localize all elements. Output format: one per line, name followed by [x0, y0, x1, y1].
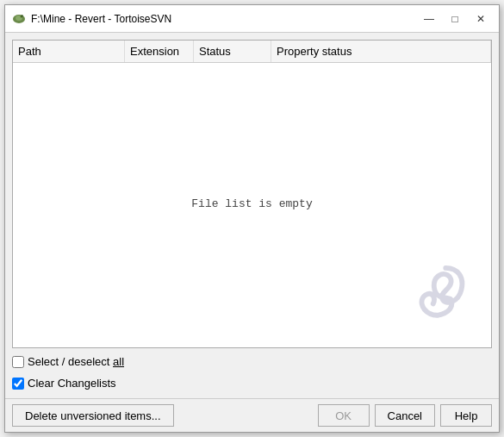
select-all-label[interactable]: Select / deselect all — [28, 355, 124, 368]
clear-changelists-label[interactable]: Clear Changelists — [28, 377, 116, 390]
ok-button[interactable]: OK — [318, 404, 370, 427]
empty-message: File list is empty — [191, 197, 312, 210]
cancel-button[interactable]: Cancel — [375, 404, 435, 427]
table-body: File list is empty — [13, 63, 491, 347]
delete-unversioned-button[interactable]: Delete unversioned items... — [12, 404, 174, 427]
main-window: F:\Mine - Revert - TortoiseSVN — □ ✕ Pat… — [4, 4, 500, 433]
minimize-button[interactable]: — — [418, 10, 440, 28]
select-all-checkbox[interactable] — [12, 356, 24, 368]
window-controls: — □ ✕ — [418, 10, 492, 28]
maximize-button[interactable]: □ — [444, 10, 466, 28]
bottom-bar: Delete unversioned items... OK Cancel He… — [5, 398, 499, 432]
column-header-path: Path — [13, 41, 125, 62]
file-list-area: Path Extension Status Property status Fi… — [12, 40, 492, 348]
app-icon — [12, 12, 26, 26]
help-button[interactable]: Help — [440, 404, 492, 427]
clear-changelists-row: Clear Changelists — [12, 375, 492, 391]
select-all-row: Select / deselect all — [12, 353, 492, 370]
svg-point-3 — [22, 15, 23, 16]
column-header-property-status: Property status — [271, 41, 491, 62]
clear-changelists-checkbox[interactable] — [12, 378, 24, 390]
column-header-extension: Extension — [125, 41, 194, 62]
title-bar: F:\Mine - Revert - TortoiseSVN — □ ✕ — [5, 5, 499, 33]
close-button[interactable]: ✕ — [470, 10, 492, 28]
svn-logo — [405, 259, 474, 330]
main-content: Path Extension Status Property status Fi… — [5, 33, 499, 398]
table-header: Path Extension Status Property status — [13, 41, 491, 63]
window-title: F:\Mine - Revert - TortoiseSVN — [31, 13, 418, 25]
column-header-status: Status — [194, 41, 271, 62]
